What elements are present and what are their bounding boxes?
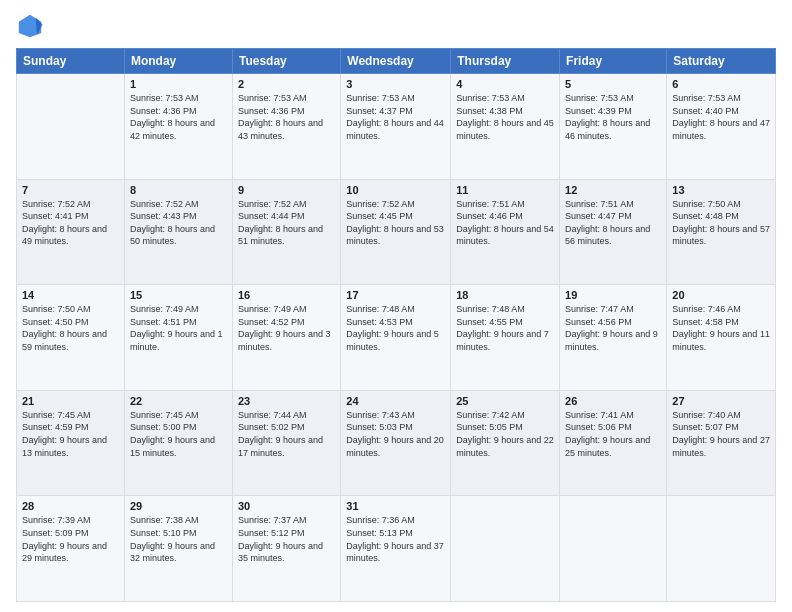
calendar-cell: 26Sunrise: 7:41 AMSunset: 5:06 PMDayligh… <box>560 390 667 496</box>
day-number: 7 <box>22 184 119 196</box>
day-number: 30 <box>238 500 335 512</box>
calendar-cell: 8Sunrise: 7:52 AMSunset: 4:43 PMDaylight… <box>124 179 232 285</box>
calendar-cell: 31Sunrise: 7:36 AMSunset: 5:13 PMDayligh… <box>341 496 451 602</box>
cell-text: Sunrise: 7:48 AMSunset: 4:55 PMDaylight:… <box>456 304 549 352</box>
cell-text: Sunrise: 7:40 AMSunset: 5:07 PMDaylight:… <box>672 410 770 458</box>
cell-text: Sunrise: 7:42 AMSunset: 5:05 PMDaylight:… <box>456 410 554 458</box>
calendar-cell: 9Sunrise: 7:52 AMSunset: 4:44 PMDaylight… <box>232 179 340 285</box>
calendar-cell <box>451 496 560 602</box>
week-row-4: 21Sunrise: 7:45 AMSunset: 4:59 PMDayligh… <box>17 390 776 496</box>
day-number: 5 <box>565 78 661 90</box>
cell-text: Sunrise: 7:39 AMSunset: 5:09 PMDaylight:… <box>22 515 107 563</box>
header-row: SundayMondayTuesdayWednesdayThursdayFrid… <box>17 49 776 74</box>
calendar-cell: 2Sunrise: 7:53 AMSunset: 4:36 PMDaylight… <box>232 74 340 180</box>
cell-text: Sunrise: 7:51 AMSunset: 4:46 PMDaylight:… <box>456 199 554 247</box>
day-number: 18 <box>456 289 554 301</box>
cell-text: Sunrise: 7:53 AMSunset: 4:38 PMDaylight:… <box>456 93 554 141</box>
calendar-cell: 28Sunrise: 7:39 AMSunset: 5:09 PMDayligh… <box>17 496 125 602</box>
cell-text: Sunrise: 7:52 AMSunset: 4:43 PMDaylight:… <box>130 199 215 247</box>
calendar-cell: 16Sunrise: 7:49 AMSunset: 4:52 PMDayligh… <box>232 285 340 391</box>
calendar-cell: 20Sunrise: 7:46 AMSunset: 4:58 PMDayligh… <box>667 285 776 391</box>
cell-text: Sunrise: 7:37 AMSunset: 5:12 PMDaylight:… <box>238 515 323 563</box>
cell-text: Sunrise: 7:53 AMSunset: 4:36 PMDaylight:… <box>130 93 215 141</box>
calendar-cell: 10Sunrise: 7:52 AMSunset: 4:45 PMDayligh… <box>341 179 451 285</box>
week-row-1: 1Sunrise: 7:53 AMSunset: 4:36 PMDaylight… <box>17 74 776 180</box>
calendar-cell: 14Sunrise: 7:50 AMSunset: 4:50 PMDayligh… <box>17 285 125 391</box>
cell-text: Sunrise: 7:36 AMSunset: 5:13 PMDaylight:… <box>346 515 444 563</box>
calendar-cell <box>667 496 776 602</box>
day-number: 31 <box>346 500 445 512</box>
day-number: 23 <box>238 395 335 407</box>
calendar-cell: 7Sunrise: 7:52 AMSunset: 4:41 PMDaylight… <box>17 179 125 285</box>
calendar-cell: 6Sunrise: 7:53 AMSunset: 4:40 PMDaylight… <box>667 74 776 180</box>
calendar-cell: 1Sunrise: 7:53 AMSunset: 4:36 PMDaylight… <box>124 74 232 180</box>
day-number: 22 <box>130 395 227 407</box>
cell-text: Sunrise: 7:52 AMSunset: 4:44 PMDaylight:… <box>238 199 323 247</box>
calendar-cell <box>17 74 125 180</box>
day-number: 6 <box>672 78 770 90</box>
col-header-friday: Friday <box>560 49 667 74</box>
calendar-cell: 5Sunrise: 7:53 AMSunset: 4:39 PMDaylight… <box>560 74 667 180</box>
calendar-cell: 13Sunrise: 7:50 AMSunset: 4:48 PMDayligh… <box>667 179 776 285</box>
day-number: 10 <box>346 184 445 196</box>
day-number: 27 <box>672 395 770 407</box>
col-header-wednesday: Wednesday <box>341 49 451 74</box>
calendar-cell: 4Sunrise: 7:53 AMSunset: 4:38 PMDaylight… <box>451 74 560 180</box>
cell-text: Sunrise: 7:52 AMSunset: 4:41 PMDaylight:… <box>22 199 107 247</box>
day-number: 15 <box>130 289 227 301</box>
cell-text: Sunrise: 7:50 AMSunset: 4:48 PMDaylight:… <box>672 199 770 247</box>
cell-text: Sunrise: 7:43 AMSunset: 5:03 PMDaylight:… <box>346 410 444 458</box>
day-number: 14 <box>22 289 119 301</box>
day-number: 11 <box>456 184 554 196</box>
cell-text: Sunrise: 7:45 AMSunset: 5:00 PMDaylight:… <box>130 410 215 458</box>
logo-icon <box>16 12 44 40</box>
calendar-cell: 22Sunrise: 7:45 AMSunset: 5:00 PMDayligh… <box>124 390 232 496</box>
day-number: 12 <box>565 184 661 196</box>
cell-text: Sunrise: 7:51 AMSunset: 4:47 PMDaylight:… <box>565 199 650 247</box>
cell-text: Sunrise: 7:38 AMSunset: 5:10 PMDaylight:… <box>130 515 215 563</box>
cell-text: Sunrise: 7:53 AMSunset: 4:37 PMDaylight:… <box>346 93 444 141</box>
calendar-cell: 27Sunrise: 7:40 AMSunset: 5:07 PMDayligh… <box>667 390 776 496</box>
day-number: 4 <box>456 78 554 90</box>
col-header-tuesday: Tuesday <box>232 49 340 74</box>
calendar-cell: 30Sunrise: 7:37 AMSunset: 5:12 PMDayligh… <box>232 496 340 602</box>
cell-text: Sunrise: 7:52 AMSunset: 4:45 PMDaylight:… <box>346 199 444 247</box>
cell-text: Sunrise: 7:53 AMSunset: 4:39 PMDaylight:… <box>565 93 650 141</box>
day-number: 24 <box>346 395 445 407</box>
day-number: 29 <box>130 500 227 512</box>
day-number: 25 <box>456 395 554 407</box>
header <box>16 12 776 40</box>
cell-text: Sunrise: 7:49 AMSunset: 4:51 PMDaylight:… <box>130 304 223 352</box>
calendar-cell: 15Sunrise: 7:49 AMSunset: 4:51 PMDayligh… <box>124 285 232 391</box>
calendar-cell: 25Sunrise: 7:42 AMSunset: 5:05 PMDayligh… <box>451 390 560 496</box>
day-number: 9 <box>238 184 335 196</box>
calendar-cell: 3Sunrise: 7:53 AMSunset: 4:37 PMDaylight… <box>341 74 451 180</box>
calendar-cell <box>560 496 667 602</box>
day-number: 13 <box>672 184 770 196</box>
day-number: 19 <box>565 289 661 301</box>
cell-text: Sunrise: 7:46 AMSunset: 4:58 PMDaylight:… <box>672 304 770 352</box>
day-number: 17 <box>346 289 445 301</box>
day-number: 28 <box>22 500 119 512</box>
cell-text: Sunrise: 7:53 AMSunset: 4:40 PMDaylight:… <box>672 93 770 141</box>
col-header-sunday: Sunday <box>17 49 125 74</box>
day-number: 20 <box>672 289 770 301</box>
day-number: 16 <box>238 289 335 301</box>
day-number: 21 <box>22 395 119 407</box>
day-number: 3 <box>346 78 445 90</box>
calendar-table: SundayMondayTuesdayWednesdayThursdayFrid… <box>16 48 776 602</box>
calendar-cell: 12Sunrise: 7:51 AMSunset: 4:47 PMDayligh… <box>560 179 667 285</box>
day-number: 26 <box>565 395 661 407</box>
calendar-cell: 17Sunrise: 7:48 AMSunset: 4:53 PMDayligh… <box>341 285 451 391</box>
week-row-3: 14Sunrise: 7:50 AMSunset: 4:50 PMDayligh… <box>17 285 776 391</box>
cell-text: Sunrise: 7:44 AMSunset: 5:02 PMDaylight:… <box>238 410 323 458</box>
cell-text: Sunrise: 7:49 AMSunset: 4:52 PMDaylight:… <box>238 304 331 352</box>
cell-text: Sunrise: 7:47 AMSunset: 4:56 PMDaylight:… <box>565 304 658 352</box>
cell-text: Sunrise: 7:45 AMSunset: 4:59 PMDaylight:… <box>22 410 107 458</box>
calendar-cell: 29Sunrise: 7:38 AMSunset: 5:10 PMDayligh… <box>124 496 232 602</box>
calendar-cell: 11Sunrise: 7:51 AMSunset: 4:46 PMDayligh… <box>451 179 560 285</box>
cell-text: Sunrise: 7:41 AMSunset: 5:06 PMDaylight:… <box>565 410 650 458</box>
calendar-cell: 21Sunrise: 7:45 AMSunset: 4:59 PMDayligh… <box>17 390 125 496</box>
week-row-2: 7Sunrise: 7:52 AMSunset: 4:41 PMDaylight… <box>17 179 776 285</box>
calendar-cell: 19Sunrise: 7:47 AMSunset: 4:56 PMDayligh… <box>560 285 667 391</box>
